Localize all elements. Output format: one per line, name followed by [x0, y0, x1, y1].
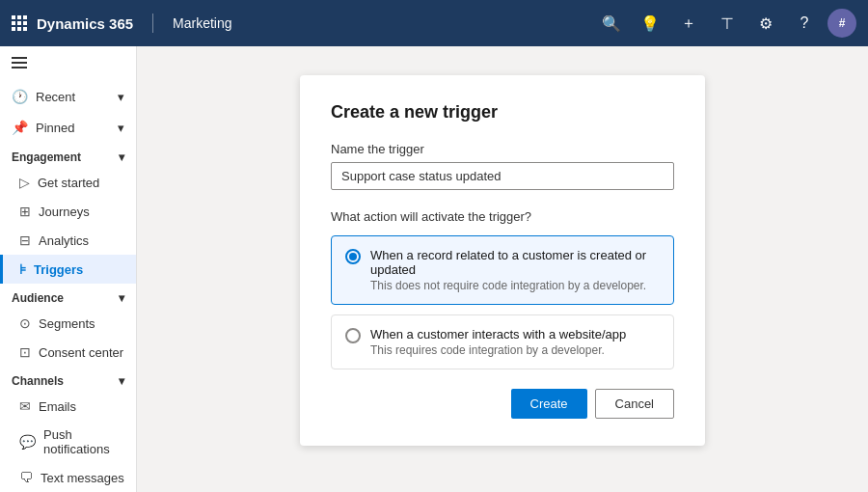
sidebar-item-get-started[interactable]: ▷ Get started — [0, 168, 136, 197]
push-icon: 💬 — [19, 434, 36, 450]
channels-group[interactable]: Channels ▾ — [0, 367, 136, 392]
action-question: What action will activate the trigger? — [331, 209, 674, 224]
filter-button[interactable]: ⊤ — [712, 8, 743, 39]
svg-rect-5 — [23, 21, 27, 25]
nav-actions: 🔍 💡 ＋ ⊤ ⚙ ? # — [596, 8, 856, 39]
cancel-button[interactable]: Cancel — [595, 389, 674, 419]
svg-rect-4 — [17, 21, 21, 25]
radio-text-1: When a record related to a customer is c… — [370, 248, 660, 292]
sidebar-item-analytics[interactable]: ⊟ Analytics — [0, 226, 136, 255]
radio-inner-1 — [349, 253, 357, 260]
search-button[interactable]: 🔍 — [596, 8, 627, 39]
analytics-icon: ⊟ — [19, 232, 31, 248]
dialog-title: Create a new trigger — [331, 102, 674, 123]
svg-rect-7 — [17, 27, 21, 31]
hamburger-icon[interactable] — [0, 46, 136, 81]
svg-rect-8 — [23, 27, 27, 31]
content-area: Create a new trigger Name the trigger Wh… — [137, 46, 868, 492]
sidebar-recent[interactable]: 🕐 Recent ▾ — [0, 81, 136, 112]
svg-rect-3 — [12, 21, 15, 25]
audience-chevron: ▾ — [119, 291, 124, 305]
user-avatar[interactable]: # — [827, 9, 856, 38]
text-msg-icon: 🗨 — [19, 470, 33, 485]
channels-chevron: ▾ — [119, 374, 124, 388]
svg-rect-2 — [23, 15, 27, 19]
sidebar-item-segments[interactable]: ⊙ Segments — [0, 309, 136, 338]
nav-divider — [152, 14, 153, 33]
name-label: Name the trigger — [331, 142, 674, 156]
lightbulb-button[interactable]: 💡 — [635, 8, 665, 39]
brand-area: Dynamics 365 Marketing — [37, 14, 232, 33]
add-button[interactable]: ＋ — [673, 8, 704, 39]
main-layout: 🕐 Recent ▾ 📌 Pinned ▾ Engagement ▾ ▷ Get… — [0, 46, 868, 492]
engagement-group[interactable]: Engagement ▾ — [0, 143, 136, 168]
pinned-icon: 📌 — [12, 120, 28, 135]
svg-rect-10 — [12, 62, 27, 64]
pinned-chevron: ▾ — [118, 121, 124, 135]
consent-icon: ⊡ — [19, 344, 31, 360]
sidebar-item-push-notifications[interactable]: 💬 Push notifications — [0, 421, 136, 463]
get-started-icon: ▷ — [19, 175, 30, 190]
sidebar-item-consent-center[interactable]: ⊡ Consent center — [0, 338, 136, 367]
engagement-chevron: ▾ — [119, 150, 124, 164]
sidebar-item-triggers[interactable]: ⊧ Triggers — [0, 255, 136, 284]
create-trigger-dialog: Create a new trigger Name the trigger Wh… — [300, 75, 705, 446]
top-navigation: Dynamics 365 Marketing 🔍 💡 ＋ ⊤ ⚙ ? # — [0, 0, 868, 46]
dialog-actions: Create Cancel — [331, 389, 674, 419]
recent-icon: 🕐 — [12, 89, 28, 104]
sidebar-item-emails[interactable]: ✉ Emails — [0, 392, 136, 421]
audience-group[interactable]: Audience ▾ — [0, 284, 136, 309]
sidebar-item-text-messages[interactable]: 🗨 Text messages — [0, 463, 136, 492]
svg-rect-0 — [12, 15, 15, 19]
radio-option-website[interactable]: When a customer interacts with a website… — [331, 314, 674, 369]
sidebar-pinned[interactable]: 📌 Pinned ▾ — [0, 112, 136, 143]
trigger-name-input[interactable] — [331, 162, 674, 190]
create-button[interactable]: Create — [511, 389, 587, 419]
segments-icon: ⊙ — [19, 315, 31, 331]
recent-chevron: ▾ — [118, 90, 124, 104]
radio-circle-1 — [345, 249, 361, 264]
svg-rect-11 — [12, 67, 27, 68]
help-button[interactable]: ? — [789, 8, 820, 39]
module-name: Marketing — [173, 15, 231, 31]
svg-rect-1 — [17, 15, 21, 19]
sidebar: 🕐 Recent ▾ 📌 Pinned ▾ Engagement ▾ ▷ Get… — [0, 46, 137, 492]
brand-name: Dynamics 365 — [37, 15, 133, 32]
sidebar-item-journeys[interactable]: ⊞ Journeys — [0, 197, 136, 226]
settings-button[interactable]: ⚙ — [750, 8, 781, 39]
radio-text-2: When a customer interacts with a website… — [370, 327, 626, 357]
emails-icon: ✉ — [19, 398, 31, 414]
journeys-icon: ⊞ — [19, 204, 31, 219]
radio-circle-2 — [345, 328, 361, 343]
grid-icon[interactable] — [12, 15, 27, 31]
radio-option-record[interactable]: When a record related to a customer is c… — [331, 235, 674, 305]
triggers-icon: ⊧ — [19, 261, 26, 277]
svg-rect-9 — [12, 57, 27, 59]
svg-rect-6 — [12, 27, 15, 31]
